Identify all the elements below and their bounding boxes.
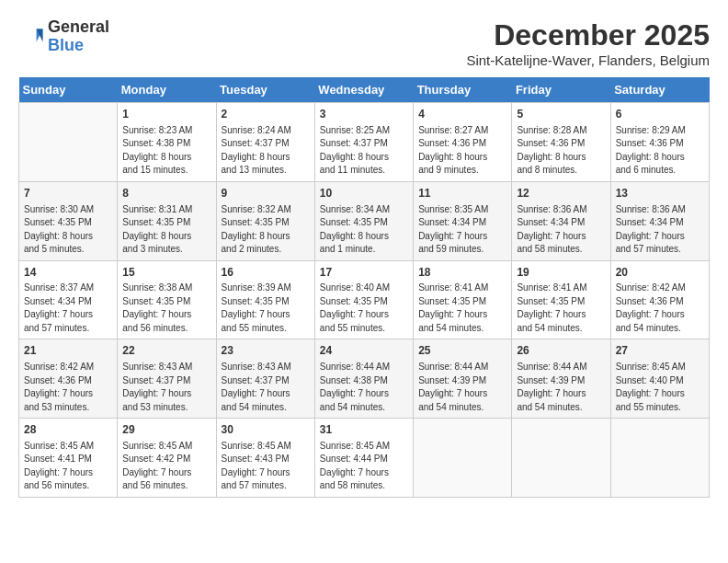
calendar-week-1: 1Sunrise: 8:23 AM Sunset: 4:38 PM Daylig…	[19, 103, 710, 182]
day-number: 16	[222, 265, 310, 281]
day-info: Sunrise: 8:43 AM Sunset: 4:37 PM Dayligh…	[222, 361, 310, 414]
day-number: 18	[418, 265, 506, 281]
calendar-header: SundayMondayTuesdayWednesdayThursdayFrid…	[19, 77, 710, 103]
day-number: 22	[122, 343, 210, 359]
day-info: Sunrise: 8:38 AM Sunset: 4:35 PM Dayligh…	[122, 282, 210, 335]
day-info: Sunrise: 8:28 AM Sunset: 4:36 PM Dayligh…	[517, 124, 605, 178]
day-number: 25	[418, 343, 506, 359]
day-info: Sunrise: 8:43 AM Sunset: 4:37 PM Dayligh…	[122, 361, 210, 414]
calendar-cell: 12Sunrise: 8:36 AM Sunset: 4:34 PM Dayli…	[512, 181, 610, 260]
day-info: Sunrise: 8:32 AM Sunset: 4:35 PM Dayligh…	[222, 203, 310, 257]
calendar-cell: 26Sunrise: 8:44 AM Sunset: 4:39 PM Dayli…	[512, 339, 610, 419]
calendar-cell	[512, 419, 610, 498]
calendar-cell: 14Sunrise: 8:37 AM Sunset: 4:34 PM Dayli…	[19, 260, 118, 339]
day-info: Sunrise: 8:34 AM Sunset: 4:35 PM Dayligh…	[320, 203, 408, 257]
calendar-cell: 15Sunrise: 8:38 AM Sunset: 4:35 PM Dayli…	[118, 260, 216, 339]
calendar-cell: 10Sunrise: 8:34 AM Sunset: 4:35 PM Dayli…	[314, 181, 413, 260]
day-info: Sunrise: 8:36 AM Sunset: 4:34 PM Dayligh…	[517, 203, 605, 257]
day-info: Sunrise: 8:40 AM Sunset: 4:35 PM Dayligh…	[320, 282, 408, 335]
day-number: 5	[517, 107, 605, 122]
day-info: Sunrise: 8:29 AM Sunset: 4:36 PM Dayligh…	[616, 124, 704, 178]
day-info: Sunrise: 8:30 AM Sunset: 4:35 PM Dayligh…	[24, 203, 112, 257]
day-info: Sunrise: 8:41 AM Sunset: 4:35 PM Dayligh…	[418, 282, 506, 335]
day-header-friday: Friday	[512, 77, 610, 103]
day-number: 24	[320, 343, 408, 359]
calendar-cell: 25Sunrise: 8:44 AM Sunset: 4:39 PM Dayli…	[414, 339, 512, 419]
day-header-sunday: Sunday	[19, 77, 118, 103]
day-info: Sunrise: 8:45 AM Sunset: 4:43 PM Dayligh…	[222, 440, 310, 493]
logo-general: General	[48, 17, 109, 36]
calendar-cell: 16Sunrise: 8:39 AM Sunset: 4:35 PM Dayli…	[216, 260, 314, 339]
day-info: Sunrise: 8:39 AM Sunset: 4:35 PM Dayligh…	[222, 282, 310, 335]
day-info: Sunrise: 8:45 AM Sunset: 4:44 PM Dayligh…	[320, 440, 408, 493]
day-number: 27	[616, 343, 704, 359]
calendar-cell: 6Sunrise: 8:29 AM Sunset: 4:36 PM Daylig…	[610, 103, 709, 182]
calendar-cell: 20Sunrise: 8:42 AM Sunset: 4:36 PM Dayli…	[610, 260, 709, 339]
day-number: 26	[517, 343, 605, 359]
day-number: 8	[122, 186, 210, 201]
calendar-title: December 2025	[466, 18, 710, 52]
calendar-cell: 13Sunrise: 8:36 AM Sunset: 4:34 PM Dayli…	[610, 181, 709, 260]
day-number: 15	[122, 265, 210, 281]
calendar-cell: 30Sunrise: 8:45 AM Sunset: 4:43 PM Dayli…	[216, 419, 314, 498]
day-info: Sunrise: 8:45 AM Sunset: 4:42 PM Dayligh…	[122, 440, 210, 493]
calendar-cell: 19Sunrise: 8:41 AM Sunset: 4:35 PM Dayli…	[512, 260, 610, 339]
calendar-cell: 4Sunrise: 8:27 AM Sunset: 4:36 PM Daylig…	[414, 103, 512, 182]
day-info: Sunrise: 8:31 AM Sunset: 4:35 PM Dayligh…	[122, 203, 210, 257]
day-number: 7	[24, 186, 112, 201]
day-number: 21	[24, 343, 112, 359]
calendar-week-2: 7Sunrise: 8:30 AM Sunset: 4:35 PM Daylig…	[19, 181, 710, 260]
calendar-cell: 27Sunrise: 8:45 AM Sunset: 4:40 PM Dayli…	[610, 339, 709, 419]
calendar-cell: 31Sunrise: 8:45 AM Sunset: 4:44 PM Dayli…	[314, 419, 413, 498]
calendar-cell: 24Sunrise: 8:44 AM Sunset: 4:38 PM Dayli…	[314, 339, 413, 419]
logo-text: General Blue	[48, 18, 109, 55]
day-header-monday: Monday	[118, 77, 216, 103]
day-info: Sunrise: 8:37 AM Sunset: 4:34 PM Dayligh…	[24, 282, 112, 335]
calendar-cell: 18Sunrise: 8:41 AM Sunset: 4:35 PM Dayli…	[414, 260, 512, 339]
day-number: 10	[320, 186, 408, 201]
day-number: 31	[320, 422, 408, 438]
logo-icon	[18, 24, 44, 50]
calendar-week-5: 28Sunrise: 8:45 AM Sunset: 4:41 PM Dayli…	[19, 419, 710, 498]
day-number: 6	[616, 107, 704, 122]
calendar-cell	[19, 103, 118, 182]
header: General Blue December 2025 Sint-Katelijn…	[18, 18, 710, 68]
title-section: December 2025 Sint-Katelijne-Waver, Flan…	[466, 18, 710, 68]
day-number: 19	[517, 265, 605, 281]
calendar-cell: 5Sunrise: 8:28 AM Sunset: 4:36 PM Daylig…	[512, 103, 610, 182]
day-info: Sunrise: 8:45 AM Sunset: 4:40 PM Dayligh…	[616, 361, 704, 414]
day-number: 20	[616, 265, 704, 281]
calendar-cell: 29Sunrise: 8:45 AM Sunset: 4:42 PM Dayli…	[118, 419, 216, 498]
day-number: 29	[122, 422, 210, 438]
day-info: Sunrise: 8:42 AM Sunset: 4:36 PM Dayligh…	[616, 282, 704, 335]
day-info: Sunrise: 8:44 AM Sunset: 4:39 PM Dayligh…	[418, 361, 506, 414]
calendar-cell: 17Sunrise: 8:40 AM Sunset: 4:35 PM Dayli…	[314, 260, 413, 339]
day-info: Sunrise: 8:24 AM Sunset: 4:37 PM Dayligh…	[222, 124, 310, 178]
calendar-subtitle: Sint-Katelijne-Waver, Flanders, Belgium	[466, 52, 710, 68]
day-info: Sunrise: 8:36 AM Sunset: 4:34 PM Dayligh…	[616, 203, 704, 257]
logo-blue: Blue	[48, 36, 84, 54]
calendar-cell: 3Sunrise: 8:25 AM Sunset: 4:37 PM Daylig…	[314, 103, 413, 182]
day-number: 1	[122, 107, 210, 122]
calendar-week-3: 14Sunrise: 8:37 AM Sunset: 4:34 PM Dayli…	[19, 260, 710, 339]
day-number: 11	[418, 186, 506, 201]
calendar-cell: 21Sunrise: 8:42 AM Sunset: 4:36 PM Dayli…	[19, 339, 118, 419]
day-number: 30	[222, 422, 310, 438]
day-number: 28	[24, 422, 112, 438]
day-header-tuesday: Tuesday	[216, 77, 314, 103]
day-info: Sunrise: 8:35 AM Sunset: 4:34 PM Dayligh…	[418, 203, 506, 257]
calendar-cell: 22Sunrise: 8:43 AM Sunset: 4:37 PM Dayli…	[118, 339, 216, 419]
day-header-wednesday: Wednesday	[314, 77, 413, 103]
calendar-cell	[610, 419, 709, 498]
day-number: 4	[418, 107, 506, 122]
calendar-cell: 9Sunrise: 8:32 AM Sunset: 4:35 PM Daylig…	[216, 181, 314, 260]
day-header-saturday: Saturday	[610, 77, 709, 103]
day-number: 9	[222, 186, 310, 201]
calendar-cell: 8Sunrise: 8:31 AM Sunset: 4:35 PM Daylig…	[118, 181, 216, 260]
day-header-thursday: Thursday	[414, 77, 512, 103]
day-info: Sunrise: 8:44 AM Sunset: 4:38 PM Dayligh…	[320, 361, 408, 414]
day-number: 17	[320, 265, 408, 281]
calendar-cell: 28Sunrise: 8:45 AM Sunset: 4:41 PM Dayli…	[19, 419, 118, 498]
day-info: Sunrise: 8:44 AM Sunset: 4:39 PM Dayligh…	[517, 361, 605, 414]
day-number: 14	[24, 265, 112, 281]
